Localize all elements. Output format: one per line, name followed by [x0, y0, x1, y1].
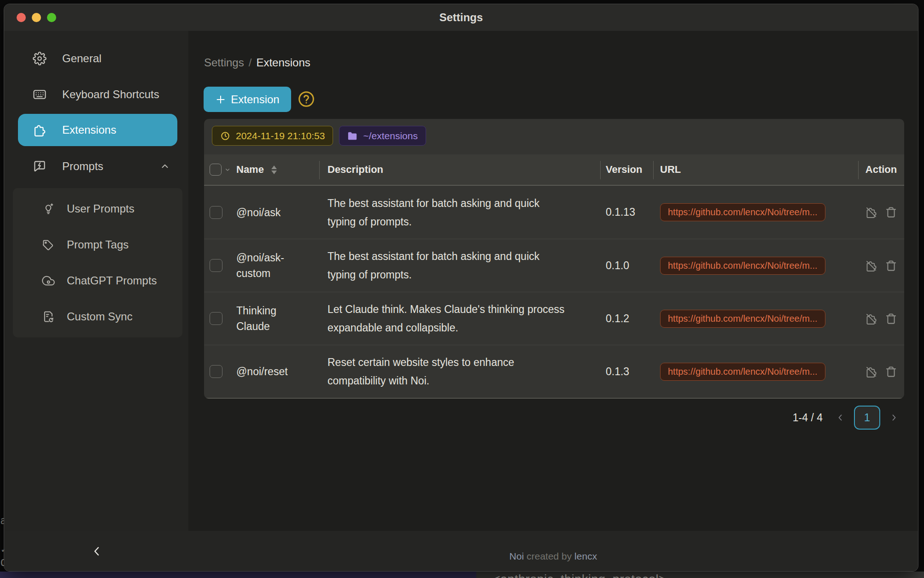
column-header-url: URL [660, 164, 681, 176]
noi-link[interactable]: Noi [509, 551, 524, 561]
delete-extension-icon[interactable] [885, 366, 897, 378]
sidebar-item-keyboard-shortcuts[interactable]: Keyboard Shortcuts [18, 80, 177, 109]
breadcrumb-separator: / [249, 56, 252, 69]
extension-name: @noi/reset [236, 364, 296, 379]
table-header: Name Description Version URL Action [204, 154, 904, 186]
breadcrumb-extensions: Extensions [256, 56, 310, 69]
delete-extension-icon[interactable] [885, 260, 897, 272]
lencx-link[interactable]: lencx [574, 551, 597, 561]
disable-extension-icon[interactable] [865, 260, 877, 272]
extensions-table-card: 2024-11-19 21:10:53 ~/extensions Name De… [204, 119, 904, 399]
sidebar-item-label: Keyboard Shortcuts [62, 88, 159, 101]
background-window-text: <anthropic_thinking_protocol> [493, 572, 666, 578]
extension-url-link[interactable]: https://github.com/lencx/Noi/tree/m... [660, 257, 825, 275]
sidebar-item-custom-sync[interactable]: Custom Sync [13, 299, 182, 335]
extension-description: The best assistant for batch asking and … [327, 194, 585, 231]
column-header-action: Action [866, 164, 897, 176]
keyboard-icon [33, 88, 47, 101]
table-body: @noi/ask The best assistant for batch as… [204, 186, 904, 398]
sidebar-item-label: User Prompts [67, 202, 135, 215]
extension-url-link[interactable]: https://github.com/lencx/Noi/tree/m... [660, 203, 825, 221]
sidebar-item-label: Custom Sync [67, 310, 133, 323]
sidebar-item-label: Prompts [62, 160, 103, 173]
timestamp-text: 2024-11-19 21:10:53 [236, 130, 325, 142]
sidebar-collapse-icon[interactable] [89, 544, 104, 559]
sidebar-item-prompts[interactable]: Prompts [18, 152, 177, 181]
delete-extension-icon[interactable] [885, 313, 897, 325]
lightbulb-sparkle-icon [42, 202, 55, 215]
chevron-up-icon[interactable] [160, 161, 170, 171]
disable-extension-icon[interactable] [865, 366, 877, 378]
table-row: @noi/ask-custom The best assistant for b… [204, 239, 904, 292]
sidebar-item-general[interactable]: General [18, 44, 177, 73]
column-header-description: Description [327, 164, 383, 176]
plus-icon [215, 94, 226, 105]
clock-icon [220, 131, 230, 141]
row-checkbox[interactable] [210, 206, 222, 219]
extension-version: 0.1.13 [606, 206, 635, 218]
extension-name: Thinking Claude [236, 303, 296, 334]
desktop-background-strip [0, 572, 476, 578]
select-all-checkbox[interactable] [210, 164, 222, 176]
extension-url-link[interactable]: https://github.com/lencx/Noi/tree/m... [660, 363, 825, 381]
row-checkbox[interactable] [210, 365, 222, 378]
table-row: @noi/reset Reset certain website styles … [204, 345, 904, 398]
titlebar: Settings [4, 4, 918, 31]
pagination-prev-icon[interactable] [835, 412, 846, 423]
sidebar-item-extensions[interactable]: Extensions [18, 114, 177, 146]
tag-icon [42, 238, 55, 251]
chevron-down-icon[interactable] [224, 166, 231, 173]
row-checkbox[interactable] [210, 259, 222, 272]
extension-name: @noi/ask [236, 205, 296, 220]
extension-version: 0.1.3 [606, 366, 629, 378]
sidebar-item-user-prompts[interactable]: User Prompts [13, 191, 182, 227]
extension-description: The best assistant for batch asking and … [327, 247, 585, 284]
document-sync-icon [42, 310, 55, 323]
breadcrumb: Settings/Extensions [204, 53, 310, 72]
sidebar-item-label: General [62, 52, 101, 65]
extension-url-link[interactable]: https://github.com/lencx/Noi/tree/m... [660, 310, 825, 328]
footer: Noi created by lencx [4, 531, 918, 571]
column-header-name: Name [236, 164, 264, 176]
sidebar-item-label: ChatGPT Prompts [67, 274, 157, 287]
pagination: 1-4 / 4 1 [793, 406, 900, 430]
add-extension-button[interactable]: Extension [204, 87, 291, 112]
credit-text: created by [524, 551, 574, 561]
extension-version: 0.1.2 [606, 313, 629, 325]
sort-icon[interactable] [271, 165, 277, 174]
add-extension-label: Extension [231, 93, 279, 106]
pagination-page-1-button[interactable]: 1 [854, 406, 880, 430]
app-credit: Noi created by lencx [188, 551, 918, 562]
cloud-icon [42, 274, 55, 287]
desktop-background-strip: <anthropic_thinking_protocol> [476, 572, 924, 578]
extension-description: Let Claude think. Makes Claude's thinkin… [327, 300, 585, 337]
breadcrumb-settings[interactable]: Settings [204, 56, 244, 69]
sidebar-item-label: Prompt Tags [67, 238, 129, 251]
sidebar-item-chatgpt-prompts[interactable]: ChatGPT Prompts [13, 263, 182, 299]
delete-extension-icon[interactable] [885, 206, 897, 218]
table-row: @noi/ask The best assistant for batch as… [204, 186, 904, 239]
extensions-directory-badge[interactable]: ~/extensions [339, 126, 426, 146]
timestamp-badge: 2024-11-19 21:10:53 [212, 126, 333, 146]
window-title: Settings [4, 4, 918, 31]
column-header-version: Version [606, 164, 642, 176]
gear-icon [33, 52, 47, 65]
row-checkbox[interactable] [210, 312, 222, 325]
settings-window: Settings General Keyboard Shortcuts Exte… [4, 4, 918, 571]
prompts-submenu: User Prompts Prompt Tags ChatGPT Prompts… [13, 188, 182, 337]
extension-name: @noi/ask-custom [236, 250, 296, 281]
folder-icon [347, 131, 357, 141]
chat-lightning-icon [33, 159, 47, 173]
puzzle-icon [33, 123, 47, 137]
directory-path: ~/extensions [363, 130, 418, 142]
extension-version: 0.1.0 [606, 260, 629, 272]
disable-extension-icon[interactable] [865, 206, 877, 218]
disable-extension-icon[interactable] [865, 313, 877, 325]
sidebar-item-label: Extensions [62, 124, 116, 136]
help-icon[interactable] [297, 90, 316, 108]
sidebar-item-prompt-tags[interactable]: Prompt Tags [13, 227, 182, 263]
extension-description: Reset certain website styles to enhance … [327, 353, 585, 390]
pagination-next-icon[interactable] [889, 412, 900, 423]
sidebar: General Keyboard Shortcuts Extensions Pr… [4, 31, 188, 531]
pagination-range: 1-4 / 4 [793, 412, 823, 424]
